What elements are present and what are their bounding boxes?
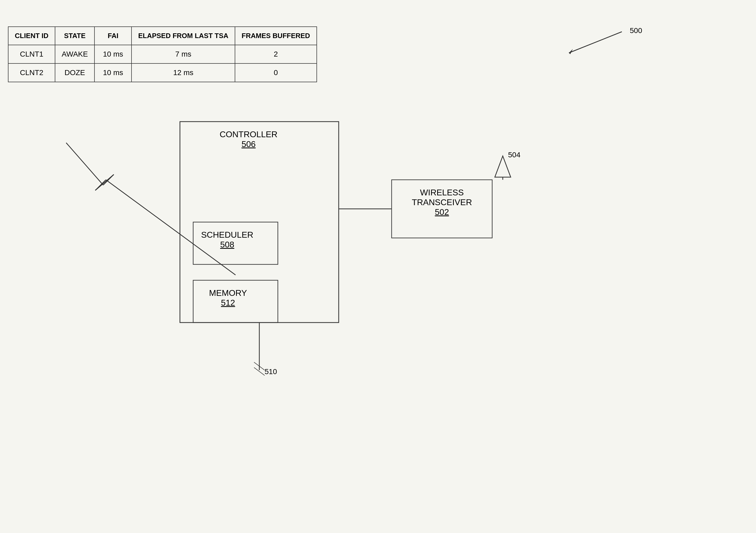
scheduler-number: 508	[220, 240, 234, 249]
memory-label: MEMORY 512	[209, 288, 247, 308]
antenna-number: 504	[508, 151, 521, 159]
memory-number: 512	[221, 298, 235, 308]
controller-number: 506	[242, 139, 256, 149]
ref-500: 500	[630, 26, 642, 35]
transceiver-number: 502	[435, 207, 449, 217]
scheduler-label: SCHEDULER 508	[201, 230, 253, 250]
svg-line-5	[95, 180, 106, 190]
transceiver-label: WIRELESS TRANSCEIVER 502	[394, 188, 490, 217]
svg-line-0	[569, 32, 622, 53]
svg-line-2	[66, 143, 103, 185]
svg-line-6	[106, 180, 235, 275]
controller-label: CONTROLLER 506	[220, 130, 278, 149]
bus-number: 510	[265, 368, 277, 376]
diagram-svg	[0, 0, 756, 533]
svg-marker-12	[495, 156, 511, 177]
